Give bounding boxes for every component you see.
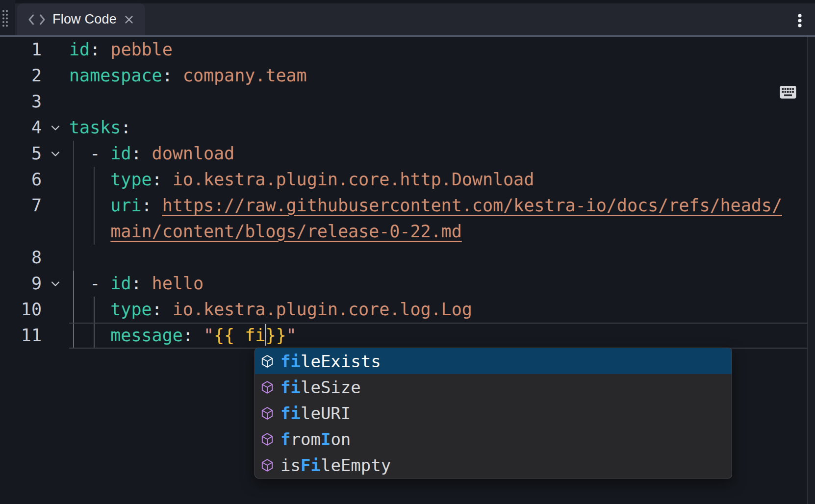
url-link[interactable]: https://raw.githubusercontent.com/kestra…	[162, 196, 782, 215]
autocomplete-dropdown: fileExistsfileSizefileURIfromIonisFileEm…	[255, 348, 732, 479]
suggest-item[interactable]: fromIon	[255, 426, 732, 452]
code-token: pebble	[100, 40, 173, 59]
code-text: type: io.kestra.plugin.core.http.Downloa…	[69, 167, 807, 193]
code-text: type: io.kestra.plugin.core.log.Log	[69, 297, 807, 323]
overflow-menu-button[interactable]	[793, 12, 806, 31]
code-token: message	[110, 326, 183, 345]
code-token	[69, 196, 110, 215]
code-token	[193, 326, 204, 345]
tab-flow-code[interactable]: Flow Code	[17, 3, 145, 35]
code-text: uri: https://raw.githubusercontent.com/k…	[69, 193, 807, 219]
tab-bar: Flow Code	[0, 0, 815, 37]
keyboard-icon	[780, 85, 796, 99]
code-token: "	[286, 326, 297, 345]
line-number: 6	[0, 167, 42, 193]
line-number: 1	[0, 37, 42, 63]
code-line[interactable]: main/content/blogs/release-0-22.md	[0, 219, 807, 245]
suggest-item-label: fileExists	[280, 352, 381, 371]
code-line[interactable]: 3	[0, 89, 807, 115]
code-text: namespace: company.team	[69, 63, 807, 89]
code-line[interactable]: 4tasks:	[0, 115, 807, 141]
code-token: :	[131, 144, 141, 163]
code-token: :	[183, 326, 193, 345]
code-brackets-icon	[28, 13, 46, 26]
code-line[interactable]: 11 message: "{{ fi}}"	[0, 323, 807, 349]
code-line[interactable]: 8	[0, 245, 807, 271]
code-text: - id: hello	[69, 271, 807, 297]
code-token: uri	[110, 196, 141, 215]
code-token: :	[142, 196, 152, 215]
line-number: 5	[0, 141, 42, 167]
code-text: id: pebble	[69, 37, 807, 63]
code-text: tasks:	[69, 115, 807, 141]
code-line[interactable]: 1id: pebble	[0, 37, 807, 63]
code-token	[69, 222, 110, 241]
code-token	[69, 326, 110, 345]
code-line[interactable]: 5 - id: download	[0, 141, 807, 167]
drag-grip-icon	[1, 9, 9, 27]
line-number: 2	[0, 63, 42, 89]
code-editor[interactable]: 1id: pebble2namespace: company.team34tas…	[0, 37, 815, 504]
suggest-item-label: fileSize	[280, 378, 361, 397]
code-token: namespace	[69, 66, 162, 85]
code-token: :	[131, 274, 141, 293]
code-token: -	[90, 274, 110, 293]
tab-bar-top-strip	[0, 0, 815, 3]
code-token: {{ fi	[214, 326, 265, 345]
code-token: type	[110, 300, 152, 319]
kebab-menu-icon	[797, 13, 802, 30]
keyboard-button[interactable]	[780, 85, 796, 99]
line-number: 10	[0, 297, 42, 323]
line-number: 9	[0, 271, 42, 297]
code-token: :	[90, 40, 100, 59]
line-number: 4	[0, 115, 42, 141]
code-line[interactable]: 10 type: io.kestra.plugin.core.log.Log	[0, 297, 807, 323]
code-line[interactable]: 2namespace: company.team	[0, 63, 807, 89]
url-link[interactable]: main/content/blogs/release-0-22.md	[110, 222, 461, 241]
code-token: -	[90, 144, 110, 163]
code-token: io.kestra.plugin.core.log.Log	[162, 300, 472, 319]
code-token: type	[110, 170, 152, 189]
suggest-item[interactable]: fileSize	[255, 374, 732, 400]
code-token: :	[152, 300, 162, 319]
code-token	[69, 144, 90, 163]
code-token: id	[110, 144, 131, 163]
code-token: :	[162, 66, 173, 85]
code-token: download	[142, 144, 235, 163]
tab-label: Flow Code	[52, 12, 117, 27]
cube-icon	[260, 432, 274, 447]
code-text: message: "{{ fi}}"	[69, 323, 807, 349]
code-token: id	[69, 40, 90, 59]
code-text: - id: download	[69, 141, 807, 167]
fold-toggle[interactable]	[42, 123, 69, 133]
code-token	[69, 300, 110, 319]
code-token	[69, 274, 90, 293]
code-lines: 1id: pebble2namespace: company.team34tas…	[0, 37, 807, 349]
cube-icon	[260, 354, 274, 369]
code-token: :	[121, 118, 131, 137]
suggest-item-label: fileURI	[280, 403, 351, 423]
chevron-down-icon	[50, 149, 61, 159]
code-token: :	[152, 170, 162, 189]
panel-drag-handle[interactable]	[0, 0, 15, 37]
cube-icon	[260, 406, 274, 421]
suggest-item[interactable]: fileExists	[255, 348, 732, 374]
code-line[interactable]: 7 uri: https://raw.githubusercontent.com…	[0, 193, 807, 219]
code-line[interactable]: 6 type: io.kestra.plugin.core.http.Downl…	[0, 167, 807, 193]
scrollbar-track[interactable]	[808, 37, 815, 504]
chevron-down-icon	[50, 123, 61, 133]
cube-icon	[260, 458, 274, 473]
fold-toggle[interactable]	[42, 149, 69, 159]
code-token: "	[204, 326, 214, 345]
code-token	[69, 170, 110, 189]
suggest-item[interactable]: isFileEmpty	[255, 452, 732, 478]
suggest-item-label: fromIon	[280, 429, 351, 449]
code-token: company.team	[173, 66, 307, 85]
suggest-item[interactable]: fileURI	[255, 400, 732, 426]
flow-code-editor-window: Flow Code 1id: pebble2namespace: company…	[0, 0, 815, 504]
line-number: 11	[0, 323, 42, 349]
close-icon[interactable]	[124, 14, 134, 25]
fold-toggle[interactable]	[42, 278, 69, 289]
code-token: id	[110, 274, 131, 293]
code-line[interactable]: 9 - id: hello	[0, 271, 807, 297]
